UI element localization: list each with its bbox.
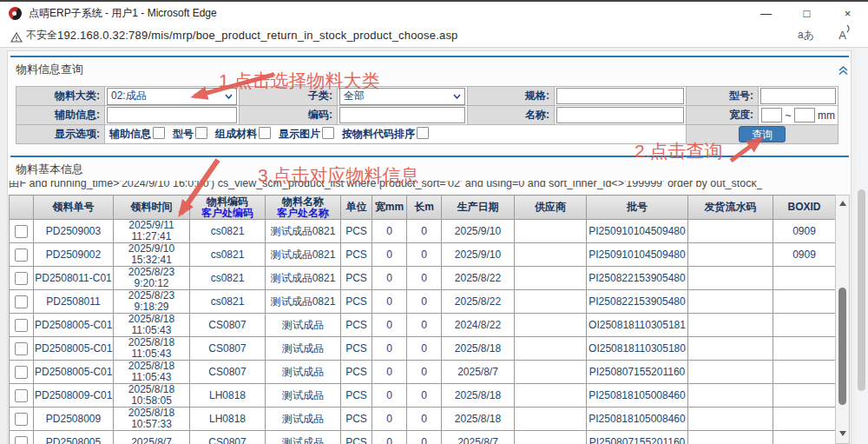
table-cell[interactable]: PI250818105008460 [587, 408, 688, 431]
table-row[interactable]: PD25090032025/9/11 11:27:41cs0821测试成品082… [10, 220, 836, 243]
table-cell[interactable]: PCS [341, 431, 372, 444]
spec-input[interactable] [556, 88, 684, 104]
display-option-checkbox[interactable] [417, 127, 429, 139]
table-cell[interactable]: 2025/8/22 [442, 290, 515, 314]
display-option-checkbox[interactable] [259, 127, 271, 139]
table-cell[interactable]: 2025/8/7 [442, 361, 515, 384]
table-cell[interactable]: 2025/8/7 [114, 431, 190, 444]
table-cell[interactable]: 2025/8/18 11:05:43 [114, 361, 190, 384]
table-cell[interactable] [688, 243, 773, 267]
table-cell[interactable] [515, 290, 587, 314]
table-cell[interactable]: LH0818 [190, 408, 266, 431]
table-cell[interactable]: PCS [341, 314, 372, 337]
display-option-checkbox[interactable] [153, 127, 165, 139]
table-cell[interactable] [773, 267, 836, 290]
table-row[interactable]: PD25080092025/8/18 10:57:33LH0818测试成品PCS… [10, 408, 836, 431]
table-cell[interactable]: PCS [341, 408, 372, 431]
table-cell[interactable] [773, 431, 836, 444]
table-cell[interactable]: PD2508009-C01 [34, 384, 114, 408]
material-category-select[interactable]: 02:成品 [107, 88, 237, 105]
table-cell[interactable]: LH0818 [190, 384, 266, 408]
table-cell[interactable]: cs0821 [190, 243, 266, 267]
table-cell[interactable]: 2024/8/22 [442, 314, 515, 337]
display-option-checkbox[interactable] [195, 127, 207, 139]
table-cell[interactable]: 0 [407, 314, 442, 337]
table-row[interactable]: PD2508009-C012025/8/18 10:58:05LH0818测试成… [10, 384, 836, 408]
scroll-down-icon[interactable] [839, 431, 846, 436]
table-cell[interactable]: 0909 [773, 243, 836, 267]
table-cell[interactable]: 0 [372, 267, 407, 290]
table-cell[interactable]: PI250822153905480 [587, 267, 688, 290]
table-scrollbar[interactable] [835, 195, 850, 444]
table-cell[interactable]: cs0821 [190, 220, 266, 243]
table-cell[interactable]: 测试成品 [266, 337, 341, 361]
row-checkbox-cell[interactable] [10, 361, 34, 384]
table-cell[interactable]: PI250910104509480 [587, 243, 688, 267]
table-cell[interactable]: 2025/9/10 15:32:41 [114, 243, 190, 267]
table-cell[interactable]: PD2508011 [34, 290, 114, 314]
table-cell[interactable]: 2025/8/18 [442, 408, 515, 431]
table-cell[interactable] [688, 290, 773, 314]
row-checkbox[interactable] [15, 319, 28, 332]
table-cell[interactable] [688, 431, 773, 444]
table-cell[interactable]: 0 [407, 408, 442, 431]
table-cell[interactable] [773, 408, 836, 431]
table-row[interactable]: PD25080052025/8/7CS0807测试成品PCS002025/8/7… [10, 431, 836, 444]
table-cell[interactable] [688, 337, 773, 361]
row-checkbox[interactable] [15, 342, 28, 355]
column-header-link[interactable]: 客户处编码 [191, 208, 264, 219]
table-cell[interactable]: 0 [407, 243, 442, 267]
table-cell[interactable]: CS0807 [190, 337, 266, 361]
table-cell[interactable] [773, 361, 836, 384]
table-cell[interactable] [515, 384, 587, 408]
table-cell[interactable]: PD2509002 [34, 243, 114, 267]
width-min-input[interactable] [761, 108, 782, 123]
table-cell[interactable]: 2025/9/10 [442, 243, 515, 267]
table-cell[interactable]: PD2508009 [34, 408, 114, 431]
table-row[interactable]: PD25090022025/9/10 15:32:41cs0821测试成品082… [10, 243, 836, 267]
table-cell[interactable]: 2025/8/18 11:05:43 [114, 337, 190, 361]
table-cell[interactable]: 测试成品 [266, 384, 341, 408]
table-cell[interactable]: 测试成品0821 [266, 290, 341, 314]
row-checkbox[interactable] [15, 413, 28, 426]
row-checkbox[interactable] [15, 249, 28, 262]
name-input[interactable] [556, 107, 684, 123]
table-cell[interactable]: PCS [341, 384, 372, 408]
row-checkbox-cell[interactable] [10, 314, 34, 337]
table-cell[interactable]: 0 [407, 361, 442, 384]
table-cell[interactable]: PI250822153905480 [587, 290, 688, 314]
table-cell[interactable] [688, 267, 773, 290]
table-cell[interactable]: PI250910104509480 [587, 220, 688, 243]
table-cell[interactable]: 0 [372, 337, 407, 361]
table-cell[interactable]: 0909 [773, 220, 836, 243]
table-cell[interactable] [773, 384, 836, 408]
table-cell[interactable]: 0 [372, 290, 407, 314]
display-option-checkbox[interactable] [322, 127, 334, 139]
table-cell[interactable] [515, 408, 587, 431]
table-cell[interactable]: PI250807155201160 [587, 431, 688, 444]
table-cell[interactable]: 0 [407, 431, 442, 444]
table-cell[interactable]: OI250818110305180 [587, 337, 688, 361]
table-cell[interactable]: 2025/8/18 10:58:05 [114, 384, 190, 408]
table-cell[interactable]: PD2508011-C01 [34, 267, 114, 290]
table-cell[interactable]: 0 [372, 408, 407, 431]
table-cell[interactable]: 0 [407, 384, 442, 408]
table-cell[interactable] [515, 243, 587, 267]
table-cell[interactable] [515, 314, 587, 337]
table-cell[interactable] [688, 314, 773, 337]
maximize-button[interactable]: □ [786, 3, 827, 25]
table-cell[interactable]: 0 [372, 243, 407, 267]
row-checkbox-cell[interactable] [10, 384, 34, 408]
table-cell[interactable]: PCS [341, 361, 372, 384]
aux-info-input[interactable] [107, 107, 237, 123]
table-cell[interactable]: 2025/8/22 [442, 267, 515, 290]
column-header-link[interactable]: 客户处名称 [266, 208, 339, 219]
table-cell[interactable] [515, 267, 587, 290]
table-cell[interactable]: 2025/8/7 [442, 431, 515, 444]
row-checkbox-cell[interactable] [10, 337, 34, 361]
table-row[interactable]: PD2508011-C012025/8/23 9:20:12cs0821测试成品… [10, 267, 836, 290]
table-cell[interactable]: 2025/8/23 9:20:12 [114, 267, 190, 290]
table-cell[interactable]: 测试成品 [266, 361, 341, 384]
table-cell[interactable]: cs0821 [190, 267, 266, 290]
row-checkbox-cell[interactable] [10, 243, 34, 267]
